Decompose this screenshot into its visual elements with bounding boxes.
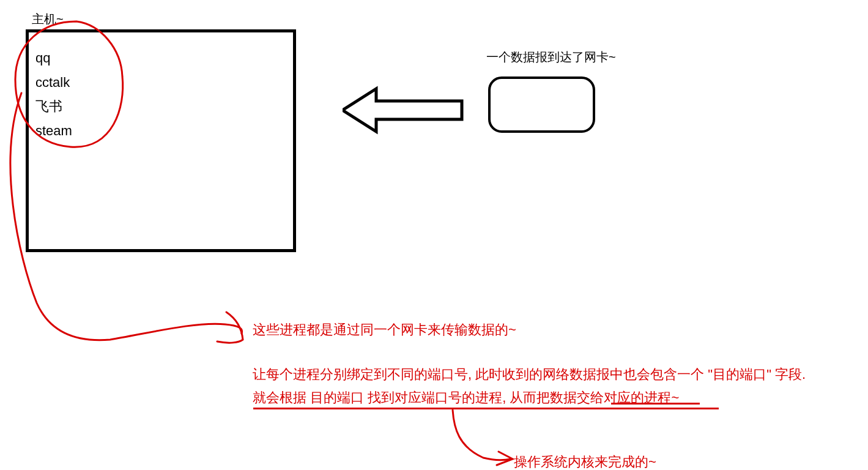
annotation-line2: 让每个进程分别绑定到不同的端口号, 此时收到的网络数据报中也会包含一个 "目的端… (253, 365, 806, 384)
process-item: qq (35, 46, 72, 70)
annotation-line1: 这些进程都是通过同一个网卡来传输数据的~ (253, 321, 516, 339)
netcard-label: 一个数据报到达了网卡~ (486, 49, 616, 65)
netcard-box (488, 76, 595, 133)
process-list: qq cctalk 飞书 steam (35, 46, 72, 143)
process-item: cctalk (35, 70, 72, 95)
underline-sub (611, 403, 700, 405)
arrow-left-icon (343, 86, 465, 135)
process-item: steam (35, 119, 72, 143)
process-item: 飞书 (35, 94, 72, 119)
annotation-line4: 操作系统内核来完成的~ (514, 453, 656, 470)
host-label: 主机~ (32, 11, 64, 28)
underline-main (253, 408, 719, 409)
